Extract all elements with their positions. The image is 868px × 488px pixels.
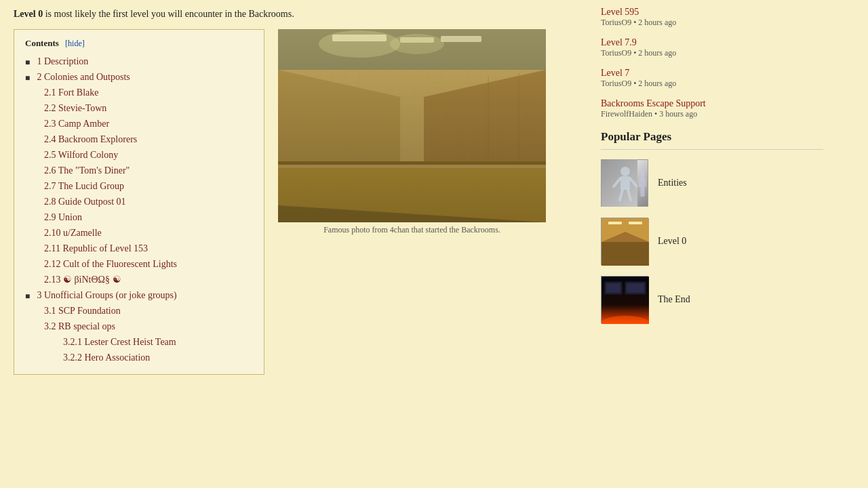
toc-link-toms-diner[interactable]: 2.6 The "Tom's Diner": [44, 165, 130, 176]
toc-link-colonies[interactable]: 2 Colonies and Outposts: [37, 72, 130, 82]
list-item: 2.11 Republic of Level 153: [25, 241, 253, 256]
popular-item-label-level0: Level 0: [658, 236, 686, 247]
recent-meta-level79: ToriusO9 • 2 hours ago: [601, 48, 823, 58]
popular-item-label-entities: Entities: [658, 178, 687, 188]
svg-marker-15: [278, 205, 546, 222]
list-item: 2.7 The Lucid Group: [25, 179, 253, 193]
popular-item-entities: Entities: [601, 159, 823, 207]
toc-link-lucid-group[interactable]: 2.7 The Lucid Group: [44, 181, 124, 191]
recent-link-level79[interactable]: Level 7.9: [601, 37, 637, 47]
recent-link-level7[interactable]: Level 7: [601, 68, 629, 78]
toc-link-hero[interactable]: 3.2.2 Hero Association: [63, 352, 150, 363]
svg-marker-4: [278, 29, 546, 70]
toc-header: Contents [hide]: [25, 38, 253, 49]
toc-hide-link[interactable]: [hide]: [65, 39, 85, 48]
level0-thumb-svg: [601, 218, 649, 266]
svg-point-18: [620, 167, 630, 176]
intro-rest: is most likely the first level you will …: [43, 9, 294, 19]
toc-bullet: ■: [25, 72, 35, 84]
toc-link-scp[interactable]: 3.1 SCP Foundation: [44, 306, 121, 316]
intro-bold: Level 0: [14, 9, 43, 19]
image-caption: Famous photo from 4chan that started the…: [278, 225, 546, 235]
recent-item-level79: Level 7.9 ToriusO9 • 2 hours ago: [601, 37, 823, 58]
recent-link-level595[interactable]: Level 595: [601, 7, 639, 17]
recent-item-backrooms-escape: Backrooms Escape Support FirewolfHaiden …: [601, 98, 823, 119]
svg-rect-34: [606, 283, 620, 293]
entities-thumb-svg: [601, 159, 637, 207]
toc-link-cult[interactable]: 2.12 Cult of the Fluorescent Lights: [44, 259, 177, 269]
svg-rect-28: [608, 222, 622, 224]
list-item: 2.9 Union: [25, 210, 253, 224]
list-item: 2.10 u/Zamelle: [25, 226, 253, 240]
popular-item-level0: Level 0: [601, 218, 823, 265]
toc-link-fort-blake[interactable]: 2.1 Fort Blake: [44, 87, 99, 98]
svg-rect-7: [441, 36, 481, 42]
popular-pages-title: Popular Pages: [601, 130, 823, 144]
popular-divider: [601, 149, 823, 150]
recent-link-backrooms-escape[interactable]: Backrooms Escape Support: [601, 98, 706, 108]
toc-link-bintho[interactable]: 2.13 ☯ βiΝtΘΩ§ ☯: [44, 274, 121, 285]
backrooms-image: [278, 29, 546, 222]
recent-meta-backrooms-escape: FirewolfHaiden • 3 hours ago: [601, 109, 823, 119]
list-item: 3.1 SCP Foundation: [25, 304, 253, 318]
intro-paragraph: Level 0 is most likely the first level y…: [14, 7, 576, 21]
table-of-contents: Contents [hide] ■ 1 Description ■ 2 Colo…: [14, 29, 264, 375]
popular-item-the-end: The End: [601, 276, 823, 323]
toc-link-camp-amber[interactable]: 2.3 Camp Amber: [44, 119, 109, 129]
recent-meta-level595: ToriusO9 • 2 hours ago: [601, 18, 823, 28]
svg-marker-2: [278, 70, 400, 165]
backrooms-svg: [278, 29, 546, 222]
list-item: 2.2 Stevie-Town: [25, 101, 253, 115]
popular-thumb-entities: [601, 159, 648, 207]
list-item: ■ 2 Colonies and Outposts: [25, 70, 253, 84]
toc-bullet: ■: [25, 56, 35, 68]
list-item: 3.2 RB special ops: [25, 319, 253, 333]
list-item: 2.3 Camp Amber: [25, 117, 253, 131]
svg-rect-1: [278, 70, 546, 168]
list-item: 3.2.1 Lester Crest Heist Team: [25, 335, 253, 349]
list-item: 2.8 Guide Outpost 01: [25, 195, 253, 209]
toc-link-wilford-colony[interactable]: 2.5 Wilford Colony: [44, 150, 118, 160]
svg-marker-0: [278, 165, 546, 222]
sidebar: Level 595 ToriusO9 • 2 hours ago Level 7…: [590, 0, 834, 488]
list-item: 2.12 Cult of the Fluorescent Lights: [25, 257, 253, 271]
toc-link-backroom-explorers[interactable]: 2.4 Backroom Explorers: [44, 134, 137, 144]
svg-rect-6: [400, 37, 434, 43]
toc-title: Contents: [25, 38, 59, 48]
end-thumb-svg: [601, 277, 649, 324]
recent-item-level595: Level 595 ToriusO9 • 2 hours ago: [601, 7, 823, 28]
svg-rect-36: [627, 283, 644, 293]
list-item: 2.4 Backroom Explorers: [25, 132, 253, 146]
list-item: ■ 1 Description: [25, 54, 253, 68]
popular-item-label-the-end: The End: [658, 294, 690, 305]
svg-point-9: [390, 34, 444, 54]
recent-meta-level7: ToriusO9 • 2 hours ago: [601, 79, 823, 89]
toc-link-guide-outpost[interactable]: 2.8 Guide Outpost 01: [44, 197, 126, 207]
recent-item-level7: Level 7 ToriusO9 • 2 hours ago: [601, 68, 823, 89]
toc-link-republic[interactable]: 2.11 Republic of Level 153: [44, 243, 148, 253]
list-item: 2.6 The "Tom's Diner": [25, 163, 253, 178]
svg-point-8: [319, 30, 400, 58]
toc-link-stevie-town[interactable]: 2.2 Stevie-Town: [44, 103, 106, 113]
main-image-block: Famous photo from 4chan that started the…: [278, 29, 546, 235]
toc-bullet: ■: [25, 290, 35, 302]
list-item: ■ 3 Unofficial Groups (or joke groups): [25, 288, 253, 302]
list-item: 2.13 ☯ βiΝtΘΩ§ ☯: [25, 272, 253, 287]
toc-link-uzamelle[interactable]: 2.10 u/Zamelle: [44, 228, 102, 238]
svg-rect-19: [620, 176, 630, 190]
svg-rect-10: [278, 70, 546, 168]
toc-link-union[interactable]: 2.9 Union: [44, 212, 82, 222]
toc-link-rb-special[interactable]: 3.2 RB special ops: [44, 321, 115, 331]
list-item: 2.1 Fort Blake: [25, 85, 253, 100]
toc-link-description[interactable]: 1 Description: [37, 56, 89, 66]
list-item: 3.2.2 Hero Association: [25, 350, 253, 365]
toc-list: ■ 1 Description ■ 2 Colonies and Outpost…: [25, 54, 253, 365]
toc-link-unofficial[interactable]: 3 Unofficial Groups (or joke groups): [37, 290, 177, 300]
svg-marker-25: [601, 242, 649, 266]
svg-rect-29: [629, 222, 642, 224]
popular-thumb-the-end: [601, 276, 648, 323]
toc-link-lester[interactable]: 3.2.1 Lester Crest Heist Team: [63, 337, 176, 347]
svg-marker-3: [424, 70, 546, 165]
svg-marker-14: [278, 161, 546, 165]
popular-thumb-level0: [601, 218, 648, 265]
